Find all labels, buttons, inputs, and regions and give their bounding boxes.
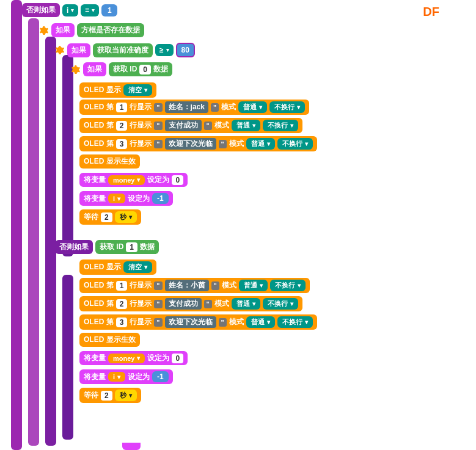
block-op-gte[interactable]: ≥ ▾ [155, 44, 174, 56]
row-fouzekuguo-2: 否则如果 获取 ID 1 数据 [55, 240, 159, 254]
block-nowrap-3b[interactable]: 不换行 [277, 316, 313, 328]
row-oled-clear-1: OLED 显示 清空 [79, 82, 156, 98]
block-money-var-2[interactable]: money [108, 354, 145, 363]
block-normal-2b[interactable]: 普通 [232, 298, 260, 310]
row-oled-clear-2: OLED 显示 清空 [79, 259, 156, 275]
row-set-money-1: 将变量 money 设定为 0 [79, 173, 188, 187]
block-normal-1a[interactable]: 普通 [238, 101, 267, 113]
block-ruguo-2[interactable]: 如果 [67, 43, 90, 57]
block-oled-display-1[interactable]: OLED 显示 清空 [79, 82, 156, 98]
block-normal-3a[interactable]: 普通 [246, 138, 275, 150]
block-oled-row2-pay1[interactable]: OLED 第 2 行显示 " 支付成功 " 模式 普通 不换行 [79, 118, 302, 133]
block-oled-effect-1[interactable]: OLED 显示生效 [79, 154, 140, 169]
row-ruguo-3: 如果 获取 ID 0 数据 [71, 62, 172, 76]
row-ruguo-2: 如果 获取当前准确度 ≥ ▾ 80 [55, 43, 195, 57]
block-get-id-1[interactable]: 获取 ID 0 数据 [109, 62, 172, 76]
block-oled-display-2[interactable]: OLED 显示 清空 [79, 259, 156, 275]
block-money-var-1[interactable]: money [108, 175, 145, 185]
block-ruguo-1[interactable]: 如果 [51, 23, 75, 37]
vbar-main [11, 0, 22, 450]
block-clear-2[interactable]: 清空 [123, 261, 152, 273]
row-oled-row3-welcome2: OLED 第 3 行显示 " 欢迎下次光临 " 模式 普通 不换行 [79, 314, 317, 330]
row-set-money-2: 将变量 money 设定为 0 [79, 351, 188, 365]
block-oled-row3-welcome1[interactable]: OLED 第 3 行显示 " 欢迎下次光临 " 模式 普通 不换行 [79, 136, 317, 151]
block-val-80[interactable]: 80 [176, 43, 195, 57]
block-check-data[interactable]: 方框是否存在数据 [77, 23, 144, 37]
block-normal-1b[interactable]: 普通 [239, 280, 268, 291]
row-oled-row1-jack: OLED 第 1 行显示 " 姓名：jack " 模式 普通 不换行 [79, 100, 309, 115]
row-set-i-2: 将变量 i 设定为 -1 [79, 369, 173, 384]
vbar-level2 [28, 18, 39, 446]
block-ruguo-3[interactable]: 如果 [83, 62, 106, 76]
block-sec-2[interactable]: 秒 [115, 390, 137, 401]
block-neg1-val-2[interactable]: -1 [152, 371, 169, 382]
row-oled-effect-1: OLED 显示生效 [79, 154, 140, 169]
block-get-accuracy[interactable]: 获取当前准确度 [93, 43, 153, 57]
block-var-i[interactable]: i ▾ [62, 4, 78, 16]
vbar-level4b [62, 275, 73, 440]
row-wait-2: 等待 2 秒 [79, 388, 141, 403]
vbar-level4a [62, 55, 73, 256]
row-ruguo-1: 如果 方框是否存在数据 [39, 23, 144, 37]
block-wait-1[interactable]: 等待 2 秒 [79, 209, 141, 225]
block-nowrap-2b[interactable]: 不换行 [263, 298, 298, 310]
block-nowrap-2a[interactable]: 不换行 [263, 120, 298, 131]
block-val-1[interactable]: 1 [101, 4, 117, 16]
block-oled-row1-jack[interactable]: OLED 第 1 行显示 " 姓名：jack " 模式 普通 不换行 [79, 100, 309, 115]
block-set-i-2[interactable]: 将变量 i 设定为 -1 [79, 369, 173, 384]
block-get-id-2[interactable]: 获取 ID 1 数据 [95, 240, 159, 254]
block-normal-3b[interactable]: 普通 [246, 316, 275, 328]
block-set-money-1[interactable]: 将变量 money 设定为 0 [79, 173, 188, 187]
block-fouzekuguo-2[interactable]: 否则如果 [55, 240, 93, 254]
block-set-money-2[interactable]: 将变量 money 设定为 0 [79, 351, 188, 365]
row-set-i-1: 将变量 i 设定为 -1 [79, 191, 173, 206]
block-op-eq[interactable]: = ▾ [81, 4, 99, 16]
row-oled-row3-welcome1: OLED 第 3 行显示 " 欢迎下次光临 " 模式 普通 不换行 [79, 136, 317, 151]
gear-icon-1 [39, 26, 49, 35]
block-neg1-val-1[interactable]: -1 [152, 193, 169, 204]
block-oled-effect-2[interactable]: OLED 显示生效 [79, 333, 140, 347]
df-label: DF [423, 5, 439, 19]
gear-icon-3 [71, 65, 81, 74]
bottom-connector [122, 443, 141, 450]
block-i-var-1[interactable]: i [108, 194, 125, 203]
block-wait-2[interactable]: 等待 2 秒 [79, 388, 141, 403]
vbar-level3b [45, 256, 56, 446]
row-oled-row1-xiaoyin: OLED 第 1 行显示 " 姓名：小茵 " 模式 普通 不换行 [79, 278, 310, 293]
block-oled-row1-xiaoyin[interactable]: OLED 第 1 行显示 " 姓名：小茵 " 模式 普通 不换行 [79, 278, 310, 293]
vbar-level3a [45, 37, 56, 269]
block-oled-row3-welcome2[interactable]: OLED 第 3 行显示 " 欢迎下次光临 " 模式 普通 不换行 [79, 314, 317, 330]
block-fouzekuguo[interactable]: 否则如果 [22, 3, 60, 17]
block-oled-row2-pay2[interactable]: OLED 第 2 行显示 " 支付成功 " 模式 普通 不换行 [79, 296, 302, 311]
block-nowrap-1a[interactable]: 不换行 [269, 101, 305, 113]
row-wait-1: 等待 2 秒 [79, 209, 141, 225]
row-oled-row2-pay2: OLED 第 2 行显示 " 支付成功 " 模式 普通 不换行 [79, 296, 302, 311]
block-nowrap-1b[interactable]: 不换行 [270, 280, 306, 291]
block-nowrap-3a[interactable]: 不换行 [277, 138, 313, 150]
block-normal-2a[interactable]: 普通 [232, 120, 260, 131]
block-sec-1[interactable]: 秒 [115, 211, 137, 223]
row-oled-effect-2: OLED 显示生效 [79, 333, 140, 347]
block-clear-1[interactable]: 清空 [123, 84, 152, 96]
row-fouzekuguo-1: 否则如果 i ▾ = ▾ 1 [22, 3, 117, 17]
block-i-var-2[interactable]: i [108, 372, 125, 382]
row-oled-row2-pay1: OLED 第 2 行显示 " 支付成功 " 模式 普通 不换行 [79, 118, 302, 133]
block-set-i-1[interactable]: 将变量 i 设定为 -1 [79, 191, 173, 206]
gear-icon-2 [55, 45, 65, 55]
